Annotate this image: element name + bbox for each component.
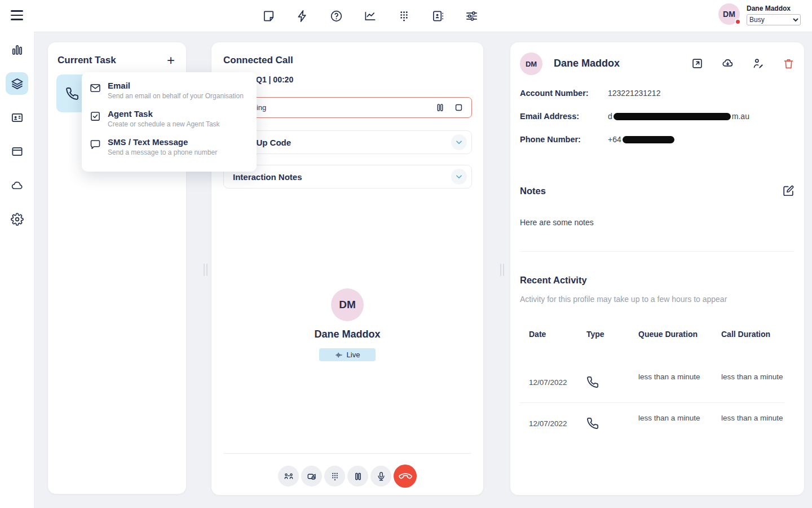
profile-panel: DM Dane Maddox Account Number: 123221231… bbox=[510, 42, 804, 495]
call-contact-block: DM Dane Maddox Live bbox=[211, 288, 483, 361]
chevron-down-icon[interactable] bbox=[451, 134, 467, 150]
redaction-bar bbox=[623, 136, 674, 143]
email-value: d m.au bbox=[608, 112, 749, 121]
cell-queue-duration: less than a minute bbox=[638, 413, 700, 424]
end-call-button[interactable] bbox=[394, 465, 417, 488]
stop-recording-icon[interactable] bbox=[454, 103, 464, 112]
sidebar-item-tasks[interactable] bbox=[6, 72, 28, 95]
menu-item-sms[interactable]: SMS / Text Message Send a message to a p… bbox=[90, 137, 249, 156]
panel-resize-handle[interactable] bbox=[500, 264, 504, 276]
phone-icon bbox=[65, 87, 79, 100]
phone-icon bbox=[586, 376, 632, 388]
user-initials: DM bbox=[723, 10, 735, 19]
recording-bar: Recording bbox=[223, 97, 472, 118]
help-icon[interactable] bbox=[330, 10, 343, 23]
email-visible-prefix: d bbox=[608, 112, 612, 121]
recording-off-button[interactable] bbox=[301, 466, 322, 487]
menu-item-email[interactable]: Email Send an email on behalf of your Or… bbox=[90, 81, 249, 100]
top-bar: DM Dane Maddox Busy bbox=[34, 0, 812, 32]
transfer-button[interactable] bbox=[278, 466, 299, 487]
sidebar-item-contacts[interactable] bbox=[6, 106, 28, 129]
dialpad-icon[interactable] bbox=[398, 10, 411, 23]
gear-icon bbox=[11, 213, 24, 226]
add-task-button[interactable]: + bbox=[167, 55, 175, 66]
cell-date: 12/07/2022 bbox=[529, 418, 583, 430]
column-call-duration: Call Duration bbox=[721, 327, 783, 341]
user-avatar[interactable]: DM bbox=[718, 3, 740, 25]
add-task-menu: Email Send an email on behalf of your Or… bbox=[82, 72, 257, 172]
cell-call-duration: less than a minute bbox=[721, 371, 783, 383]
interaction-notes-accordion[interactable]: Interaction Notes bbox=[223, 165, 472, 189]
interaction-notes-label: Interaction Notes bbox=[233, 172, 302, 182]
menu-item-description: Send a message to a phone number bbox=[108, 148, 217, 156]
panel-resize-handle[interactable] bbox=[204, 264, 208, 276]
wrap-up-code-accordion[interactable]: Wrap Up Code bbox=[223, 130, 472, 154]
redaction-bar bbox=[614, 113, 731, 120]
menu-item-description: Create or schedule a new Agent Task bbox=[108, 120, 220, 128]
profile-initials: DM bbox=[526, 60, 537, 68]
sidebar-item-cloud[interactable] bbox=[6, 174, 28, 196]
mic-icon bbox=[376, 471, 386, 481]
trash-icon[interactable] bbox=[783, 58, 795, 69]
dialpad-button[interactable] bbox=[324, 466, 345, 487]
menu-item-description: Send an email on behalf of your Organisa… bbox=[108, 92, 244, 100]
directory-icon[interactable] bbox=[431, 10, 444, 23]
open-external-icon[interactable] bbox=[691, 58, 703, 69]
menu-item-title: SMS / Text Message bbox=[108, 137, 217, 147]
column-date: Date bbox=[529, 327, 583, 341]
live-badge: Live bbox=[319, 348, 376, 361]
column-queue-duration: Queue Duration bbox=[638, 327, 700, 341]
profile-name: Dane Maddox bbox=[554, 58, 620, 69]
cloud-download-icon[interactable] bbox=[722, 58, 734, 69]
controls-divider bbox=[223, 453, 471, 454]
cell-call-duration: less than a minute bbox=[721, 413, 783, 424]
contact-avatar: DM bbox=[331, 288, 364, 321]
sidebar-nav bbox=[0, 38, 34, 242]
phone-icon bbox=[586, 417, 632, 430]
email-visible-suffix: m.au bbox=[732, 112, 749, 121]
contact-name: Dane Maddox bbox=[314, 329, 380, 340]
live-label: Live bbox=[347, 351, 360, 359]
mute-button[interactable] bbox=[370, 466, 391, 487]
sidebar-item-stats[interactable] bbox=[6, 38, 28, 61]
envelope-icon bbox=[90, 82, 101, 94]
transfer-icon bbox=[284, 471, 294, 481]
hold-icon bbox=[353, 471, 363, 481]
status-select[interactable]: Busy bbox=[747, 14, 801, 25]
recent-activity-subtitle: Activity for this profile may take up to… bbox=[520, 295, 727, 304]
waveform-icon bbox=[335, 351, 343, 359]
pause-recording-icon[interactable] bbox=[435, 103, 445, 112]
phone-label: Phone Number: bbox=[520, 135, 581, 144]
connected-call-title: Connected Call bbox=[223, 55, 293, 66]
metrics-icon[interactable] bbox=[364, 10, 377, 23]
chevron-down-icon[interactable] bbox=[451, 169, 467, 185]
queue-timer: Q1 | 00:20 bbox=[256, 75, 293, 84]
call-controls bbox=[211, 465, 483, 488]
menu-item-agent-task[interactable]: Agent Task Create or schedule a new Agen… bbox=[90, 109, 249, 128]
cell-queue-duration: less than a minute bbox=[638, 371, 700, 383]
menu-item-title: Agent Task bbox=[108, 109, 220, 119]
hamburger-menu-icon[interactable] bbox=[11, 10, 23, 23]
window-icon bbox=[11, 145, 24, 158]
email-label: Email Address: bbox=[520, 112, 579, 121]
checkbox-icon bbox=[90, 111, 101, 122]
notes-content: Here are some notes bbox=[520, 218, 594, 227]
menu-item-title: Email bbox=[108, 81, 244, 90]
topbar-icons bbox=[262, 0, 478, 32]
phone-visible-prefix: +64 bbox=[608, 135, 621, 144]
hold-button[interactable] bbox=[347, 466, 368, 487]
status-dot bbox=[735, 19, 741, 25]
note-icon[interactable] bbox=[262, 10, 275, 23]
edit-notes-icon[interactable] bbox=[782, 185, 795, 197]
contact-card-icon bbox=[11, 111, 24, 124]
speech-bubble-icon bbox=[90, 139, 101, 150]
preferences-icon[interactable] bbox=[465, 10, 478, 23]
user-edit-icon[interactable] bbox=[752, 58, 764, 69]
dialpad-icon bbox=[330, 471, 340, 481]
current-task-title: Current Task bbox=[58, 55, 116, 66]
lightning-icon[interactable] bbox=[296, 10, 309, 23]
recording-off-icon bbox=[307, 471, 317, 481]
sidebar-item-settings[interactable] bbox=[6, 208, 28, 230]
sidebar-item-workspace[interactable] bbox=[6, 140, 28, 163]
recent-activity-title: Recent Activity bbox=[520, 275, 587, 286]
